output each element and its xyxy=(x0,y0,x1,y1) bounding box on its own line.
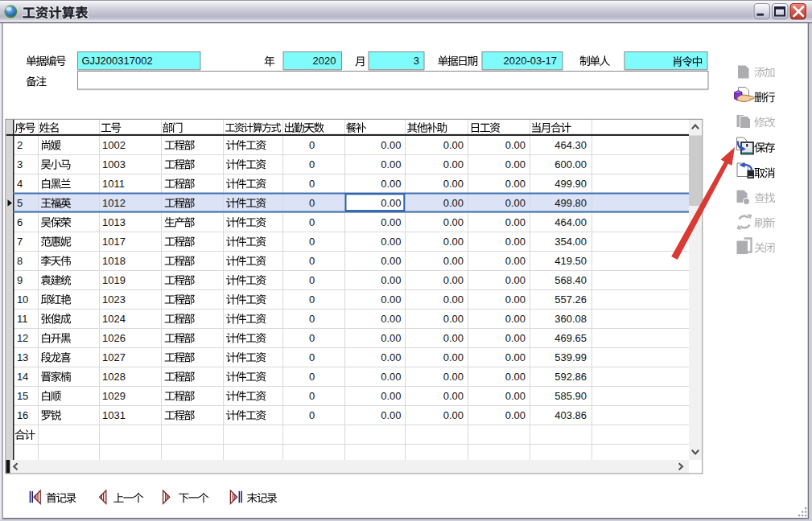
svg-text:464.00: 464.00 xyxy=(554,216,587,228)
svg-text:539.99: 539.99 xyxy=(554,351,587,363)
svg-text:0: 0 xyxy=(309,293,315,306)
svg-text:0.00: 0.00 xyxy=(381,197,401,209)
svg-text:0.00: 0.00 xyxy=(443,139,464,151)
svg-text:0: 0 xyxy=(309,409,315,421)
svg-text:1012: 1012 xyxy=(102,197,126,209)
svg-text:0.00: 0.00 xyxy=(443,197,464,209)
svg-text:0.00: 0.00 xyxy=(381,158,401,170)
svg-text:0.00: 0.00 xyxy=(381,178,401,190)
svg-text:0: 0 xyxy=(309,197,315,209)
svg-text:557.26: 557.26 xyxy=(554,293,587,306)
svg-text:0.00: 0.00 xyxy=(505,178,526,190)
svg-text:0: 0 xyxy=(309,255,315,267)
svg-text:GJJ200317002: GJJ200317002 xyxy=(82,55,153,67)
svg-text:0.00: 0.00 xyxy=(443,390,464,402)
svg-text:0.00: 0.00 xyxy=(505,293,526,306)
svg-text:0.00: 0.00 xyxy=(443,409,464,421)
svg-text:13: 13 xyxy=(17,351,28,363)
svg-text:0.00: 0.00 xyxy=(381,139,401,151)
svg-text:0.00: 0.00 xyxy=(381,390,401,402)
svg-text:1023: 1023 xyxy=(102,293,126,306)
svg-text:14: 14 xyxy=(17,371,28,383)
svg-text:419.50: 419.50 xyxy=(554,255,587,267)
svg-text:0.00: 0.00 xyxy=(381,236,401,248)
svg-text:8: 8 xyxy=(17,255,23,267)
svg-text:0.00: 0.00 xyxy=(443,371,464,383)
svg-text:499.90: 499.90 xyxy=(554,178,587,190)
svg-text:0.00: 0.00 xyxy=(443,178,464,190)
svg-text:0.00: 0.00 xyxy=(505,158,526,170)
svg-text:3: 3 xyxy=(17,158,23,170)
svg-text:7: 7 xyxy=(17,236,23,248)
svg-text:0.00: 0.00 xyxy=(443,255,464,267)
svg-text:1013: 1013 xyxy=(102,216,126,228)
svg-text:0.00: 0.00 xyxy=(381,216,401,228)
svg-text:0.00: 0.00 xyxy=(505,351,526,363)
svg-text:0.00: 0.00 xyxy=(443,351,464,363)
svg-text:0.00: 0.00 xyxy=(381,255,401,267)
svg-text:0.00: 0.00 xyxy=(443,216,464,228)
svg-text:403.86: 403.86 xyxy=(554,409,587,421)
svg-text:354.00: 354.00 xyxy=(554,236,587,248)
svg-text:1031: 1031 xyxy=(102,409,126,421)
svg-text:0.00: 0.00 xyxy=(443,313,464,325)
svg-text:0: 0 xyxy=(309,390,315,402)
svg-text:2020-03-17: 2020-03-17 xyxy=(504,55,558,67)
svg-text:0.00: 0.00 xyxy=(505,371,526,383)
svg-text:0.00: 0.00 xyxy=(443,293,464,306)
svg-text:9: 9 xyxy=(17,274,23,286)
svg-text:1003: 1003 xyxy=(102,158,126,170)
svg-text:6: 6 xyxy=(17,216,23,228)
svg-text:2020: 2020 xyxy=(313,55,336,67)
svg-text:3: 3 xyxy=(414,55,419,67)
svg-text:1026: 1026 xyxy=(102,332,126,344)
svg-text:499.80: 499.80 xyxy=(554,197,587,209)
svg-text:0: 0 xyxy=(309,274,315,286)
svg-text:1019: 1019 xyxy=(102,274,126,286)
svg-text:1011: 1011 xyxy=(102,178,125,190)
svg-text:0.00: 0.00 xyxy=(505,139,526,151)
svg-text:0.00: 0.00 xyxy=(381,332,401,344)
svg-text:0: 0 xyxy=(309,371,315,383)
svg-text:0.00: 0.00 xyxy=(443,274,464,286)
svg-text:0.00: 0.00 xyxy=(381,274,401,286)
svg-text:1002: 1002 xyxy=(102,139,126,151)
svg-text:0.00: 0.00 xyxy=(505,274,526,286)
svg-text:1027: 1027 xyxy=(102,351,126,363)
svg-text:1017: 1017 xyxy=(102,236,126,248)
svg-text:0.00: 0.00 xyxy=(505,313,526,325)
svg-text:0.00: 0.00 xyxy=(381,313,401,325)
svg-text:0.00: 0.00 xyxy=(505,390,526,402)
svg-text:0: 0 xyxy=(309,351,315,363)
svg-text:464.30: 464.30 xyxy=(554,139,587,151)
svg-text:1029: 1029 xyxy=(102,390,126,402)
svg-text:1018: 1018 xyxy=(102,255,126,267)
svg-text:0: 0 xyxy=(309,236,315,248)
svg-text:16: 16 xyxy=(17,409,28,421)
svg-text:1024: 1024 xyxy=(102,313,126,325)
svg-text:585.90: 585.90 xyxy=(554,390,587,402)
svg-text:360.08: 360.08 xyxy=(554,313,587,325)
svg-text:0.00: 0.00 xyxy=(443,332,464,344)
svg-text:2: 2 xyxy=(17,139,23,151)
svg-text:15: 15 xyxy=(17,390,28,402)
svg-text:0.00: 0.00 xyxy=(505,409,526,421)
svg-text:0.00: 0.00 xyxy=(505,236,526,248)
svg-text:0: 0 xyxy=(309,216,315,228)
svg-text:0.00: 0.00 xyxy=(381,371,401,383)
svg-text:0.00: 0.00 xyxy=(381,351,401,363)
svg-text:0: 0 xyxy=(309,139,315,151)
svg-text:10: 10 xyxy=(17,293,28,306)
svg-text:11: 11 xyxy=(17,313,28,325)
svg-text:1028: 1028 xyxy=(102,371,126,383)
svg-text:0.00: 0.00 xyxy=(381,293,401,306)
svg-text:0: 0 xyxy=(309,158,315,170)
svg-text:0: 0 xyxy=(309,178,315,190)
svg-text:469.65: 469.65 xyxy=(554,332,587,344)
svg-text:5: 5 xyxy=(17,197,23,209)
svg-text:12: 12 xyxy=(17,332,28,344)
svg-text:0.00: 0.00 xyxy=(505,216,526,228)
svg-text:568.40: 568.40 xyxy=(554,274,587,286)
svg-text:0.00: 0.00 xyxy=(505,255,526,267)
svg-text:0.00: 0.00 xyxy=(443,158,464,170)
